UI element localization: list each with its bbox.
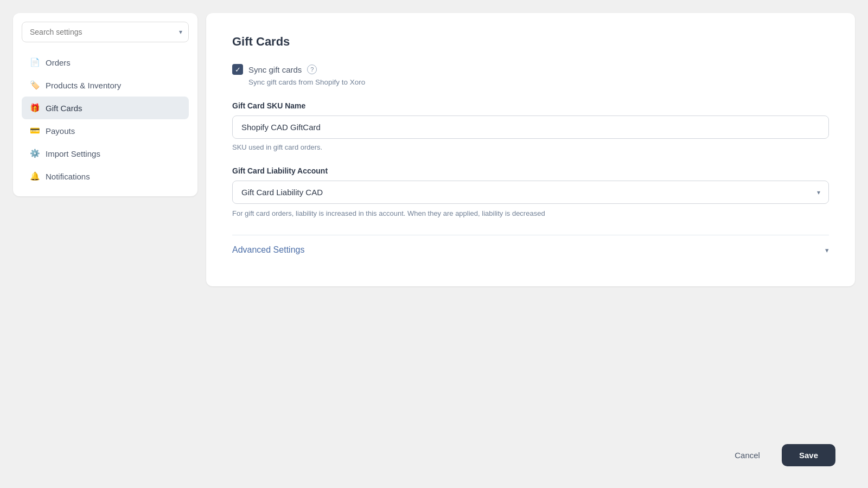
sidebar-item-products-label: Products & Inventory xyxy=(46,81,121,90)
sidebar-item-payouts-label: Payouts xyxy=(46,126,75,136)
sidebar: ▾ 📄 Orders 🏷️ Products & Inventory 🎁 Gif… xyxy=(13,13,197,196)
sidebar-item-notifications-label: Notifications xyxy=(46,172,90,181)
checkmark-icon: ✓ xyxy=(235,66,241,73)
liability-select-wrapper: Gift Card Liability CAD ▾ xyxy=(232,181,829,204)
liability-account-select[interactable]: Gift Card Liability CAD xyxy=(232,181,829,204)
sidebar-nav: 📄 Orders 🏷️ Products & Inventory 🎁 Gift … xyxy=(22,51,189,188)
save-button[interactable]: Save xyxy=(782,444,835,466)
liability-section: Gift Card Liability Account Gift Card Li… xyxy=(232,166,829,217)
sync-checkbox[interactable]: ✓ xyxy=(232,64,243,75)
cancel-button[interactable]: Cancel xyxy=(719,444,775,466)
sidebar-item-gift-cards-label: Gift Cards xyxy=(46,104,82,113)
payouts-icon: 💳 xyxy=(29,126,40,136)
liability-hint: For gift card orders, liability is incre… xyxy=(232,209,829,217)
import-settings-icon: ⚙️ xyxy=(29,149,40,158)
sku-hint: SKU used in gift card orders. xyxy=(232,143,829,151)
sku-section: Gift Card SKU Name SKU used in gift card… xyxy=(232,101,829,151)
sidebar-item-orders[interactable]: 📄 Orders xyxy=(22,51,189,74)
sync-label: Sync gift cards xyxy=(248,65,302,74)
sku-label: Gift Card SKU Name xyxy=(232,101,829,110)
main-content: Gift Cards ✓ Sync gift cards ? Sync gift… xyxy=(206,13,855,286)
page-title: Gift Cards xyxy=(232,35,829,49)
sidebar-item-orders-label: Orders xyxy=(46,58,71,67)
sidebar-item-products-inventory[interactable]: 🏷️ Products & Inventory xyxy=(22,74,189,97)
help-icon[interactable]: ? xyxy=(307,65,317,74)
footer-buttons: Cancel Save xyxy=(719,444,835,466)
advanced-settings-row[interactable]: Advanced Settings ▾ xyxy=(232,235,829,265)
notifications-icon: 🔔 xyxy=(29,171,40,181)
sidebar-item-import-label: Import Settings xyxy=(46,149,100,158)
search-settings-input[interactable] xyxy=(22,22,189,42)
sidebar-item-import-settings[interactable]: ⚙️ Import Settings xyxy=(22,142,189,165)
sidebar-item-notifications[interactable]: 🔔 Notifications xyxy=(22,165,189,188)
sku-name-input[interactable] xyxy=(232,115,829,139)
advanced-chevron-icon: ▾ xyxy=(825,246,829,254)
sync-row: ✓ Sync gift cards ? xyxy=(232,64,829,75)
sidebar-item-payouts[interactable]: 💳 Payouts xyxy=(22,119,189,142)
sync-description: Sync gift cards from Shopify to Xoro xyxy=(248,78,829,86)
advanced-settings-label: Advanced Settings xyxy=(232,245,304,255)
products-icon: 🏷️ xyxy=(29,80,40,90)
liability-label: Gift Card Liability Account xyxy=(232,166,829,175)
sidebar-item-gift-cards[interactable]: 🎁 Gift Cards xyxy=(22,97,189,119)
orders-icon: 📄 xyxy=(29,57,40,67)
gift-cards-icon: 🎁 xyxy=(29,103,40,113)
search-settings-wrapper: ▾ xyxy=(22,22,189,42)
